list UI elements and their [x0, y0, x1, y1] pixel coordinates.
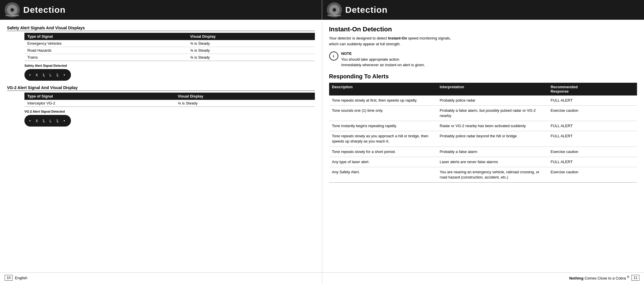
table-cell: Trains [24, 54, 187, 61]
table-row: Tone repeats slowly as you approach a hi… [329, 131, 637, 147]
table-row: Trains¾ is Steady [24, 54, 315, 61]
instant-on-desc: Your detector is designed to detect Inst… [329, 35, 637, 47]
table-cell: Interceptor VG-2 [24, 100, 175, 107]
right-footer: Nothing Comes Close to a Cobra ® 11 [322, 272, 644, 283]
responding-description: Any Safety Alert. [329, 167, 437, 183]
responding-description: Tone repeats slowly as you approach a hi… [329, 131, 437, 147]
right-logo: Your Detector [327, 2, 342, 17]
instant-on-title: Instant-On Detection [329, 26, 637, 33]
right-logo-label: Your Detector [327, 14, 342, 17]
safety-display-symbols: • X ¾ L ¾ • [29, 73, 67, 77]
col-description: Description [329, 83, 437, 95]
safety-detected-label: Safety Alert Signal Detected [24, 64, 315, 67]
vg2-display-symbols: • X ¾ L ¾ • [29, 119, 67, 123]
footer-registered: ® [627, 275, 629, 279]
note-box: i NOTE You should take appropriate actio… [329, 51, 637, 68]
left-page: Your Detector Detection Safety Alert Sig… [0, 0, 322, 283]
responding-interpretation: Probably a false alarm, but possibly pul… [437, 105, 547, 121]
instant-on-desc-bold: Instant-On [388, 36, 407, 40]
note-label: NOTE [341, 51, 352, 56]
left-footer: 10 English [0, 272, 322, 283]
right-content: Instant-On Detection Your detector is de… [322, 20, 644, 272]
note-icon: i [329, 51, 338, 61]
right-header: Your Detector Detection [322, 0, 644, 20]
responding-response: FULL ALERT [548, 157, 637, 167]
col-interpretation: Interpretation [437, 83, 547, 95]
safety-col-signal: Type of Signal [24, 33, 187, 40]
table-cell: Emergency Vehicles [24, 40, 187, 47]
footer-nothing-label: Nothing [569, 276, 584, 280]
responding-response: FULL ALERT [548, 95, 637, 106]
table-row: Interceptor VG-2¾ is Steady [24, 100, 315, 107]
responding-interpretation: You are nearing an emergency vehicle, ra… [437, 167, 547, 183]
table-cell: Road Hazards [24, 47, 187, 54]
responding-response: Exercise caution [548, 105, 637, 121]
instant-on-desc-before: Your detector is designed to detect [329, 36, 387, 40]
table-row: Any Safety Alert.You are nearing an emer… [329, 167, 637, 183]
table-cell: ¾ is Steady [187, 47, 315, 54]
table-row: Tone sounds one (1) time only.Probably a… [329, 105, 637, 121]
responding-description: Tone repeats slowly at first, then speed… [329, 95, 437, 106]
vg2-section-title: VG-2 Alert Signal And Visual Display [7, 85, 315, 91]
left-header: Your Detector Detection [0, 0, 322, 20]
table-row: Emergency Vehicles¾ is Steady [24, 40, 315, 47]
left-logo: Your Detector [5, 2, 20, 17]
responding-interpretation: Probably police radar [437, 95, 547, 106]
col-response: RecommendedResponse [548, 83, 637, 95]
left-header-title: Detection [23, 5, 66, 15]
left-footer-left: 10 English [5, 275, 27, 281]
footer-nothing: Nothing Comes Close to a Cobra ® [569, 275, 629, 280]
right-page: Your Detector Detection Instant-On Detec… [322, 0, 644, 283]
vg2-col-display: Visual Display [175, 93, 315, 100]
left-logo-label: Your Detector [5, 14, 20, 17]
responding-interpretation: Laser alerts are never false alarms [437, 157, 547, 167]
table-row: Tone repeats slowly for a short period.P… [329, 147, 637, 157]
responding-interpretation: Probably police radar beyond the hill or… [437, 131, 547, 147]
note-text: NOTE You should take appropriate actioni… [341, 51, 425, 68]
table-cell: ¾ is Steady [175, 100, 315, 107]
footer-close: Comes Close to a Cobra [584, 276, 626, 280]
vg2-col-signal: Type of Signal [24, 93, 175, 100]
responding-response: Exercise caution [548, 167, 637, 183]
responding-response: Exercise caution [548, 147, 637, 157]
responding-interpretation: Probably a false alarm [437, 147, 547, 157]
responding-description: Tone instantly begins repeating rapidly. [329, 121, 437, 131]
table-row: Any type of laser alert.Laser alerts are… [329, 157, 637, 167]
table-row: Tone repeats slowly at first, then speed… [329, 95, 637, 106]
responding-title: Responding To Alerts [329, 73, 637, 80]
left-content: Safety Alert Signals And Visual Displays… [0, 20, 322, 272]
table-cell: ¾ is Steady [187, 54, 315, 61]
vg2-table: Type of Signal Visual Display Intercepto… [24, 93, 315, 107]
safety-display-indicator: • X ¾ L ¾ • [24, 69, 71, 81]
safety-section-title: Safety Alert Signals And Visual Displays [7, 26, 315, 31]
vg2-display-indicator: • X ¾ L ¾ • [24, 115, 71, 127]
note-body: You should take appropriate actionimmedi… [341, 57, 425, 67]
vg2-section: VG-2 Alert Signal And Visual Display Typ… [7, 85, 315, 127]
vg2-detected-label: VG-2 Alert Signal Detected [24, 110, 315, 113]
responding-response: FULL ALERT [548, 131, 637, 147]
table-cell: ¾ is Steady [187, 40, 315, 47]
responding-description: Tone repeats slowly for a short period. [329, 147, 437, 157]
right-page-num: 11 [631, 275, 639, 281]
responding-table: Description Interpretation RecommendedRe… [329, 83, 637, 183]
safety-table: Type of Signal Visual Display Emergency … [24, 33, 315, 61]
table-row: Road Hazards¾ is Steady [24, 47, 315, 54]
table-row: Tone instantly begins repeating rapidly.… [329, 121, 637, 131]
safety-col-display: Visual Display [187, 33, 315, 40]
right-header-title: Detection [345, 5, 388, 15]
responding-interpretation: Radar or VG-2 nearby has been activated … [437, 121, 547, 131]
left-footer-language: English [15, 276, 27, 280]
responding-description: Any type of laser alert. [329, 157, 437, 167]
left-page-num: 10 [5, 275, 13, 281]
responding-description: Tone sounds one (1) time only. [329, 105, 437, 121]
responding-response: FULL ALERT [548, 121, 637, 131]
